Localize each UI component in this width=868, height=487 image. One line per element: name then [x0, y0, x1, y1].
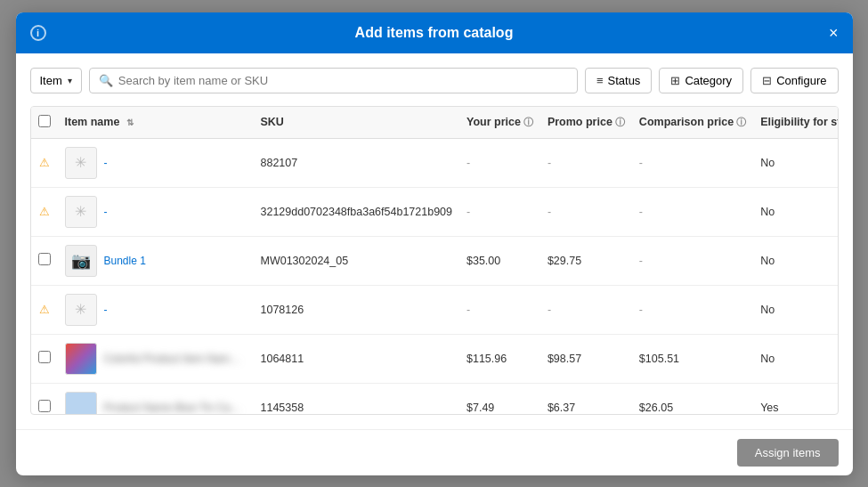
row-item-name: Colorful Product Item Name Blur... — [104, 353, 247, 365]
col-promo-price: Promo price ⓘ — [540, 107, 632, 139]
category-button[interactable]: ⊞ Category — [659, 68, 743, 93]
row-sku: 32129dd0702348fba3a6f54b1721b909 — [254, 187, 460, 236]
row-sku: 882107 — [254, 138, 460, 187]
modal-body: Item ▾ 🔍 ≡ Status ⊞ Category ⊟ C — [16, 53, 853, 429]
row-eligibility: No — [753, 138, 838, 187]
row-comparison-price: $26.05 — [632, 383, 753, 415]
row-checkbox-cell — [31, 236, 58, 285]
item-thumb: ✳ — [65, 294, 97, 326]
table-row: ⚠ ✳ - 1078126 - - - No — [31, 285, 839, 334]
modal-header: i Add items from catalog × — [16, 12, 853, 53]
row-promo-price: - — [540, 138, 632, 187]
row-your-price: - — [459, 187, 540, 236]
assign-items-button[interactable]: Assign items — [737, 439, 839, 467]
category-icon: ⊞ — [670, 74, 680, 87]
row-promo-price: - — [540, 187, 632, 236]
promo-price-info-icon[interactable]: ⓘ — [615, 116, 625, 129]
modal-footer: Assign items — [16, 429, 853, 475]
col-your-price: Your price ⓘ — [459, 107, 540, 139]
row-item-name: - — [104, 304, 108, 316]
chevron-down-icon: ▾ — [68, 76, 72, 85]
toolbar: Item ▾ 🔍 ≡ Status ⊞ Category ⊟ C — [30, 68, 839, 93]
status-icon: ≡ — [596, 74, 604, 87]
row-your-price: - — [459, 138, 540, 187]
row-comparison-price: - — [632, 236, 753, 285]
row-promo-price: $29.75 — [540, 236, 632, 285]
item-dropdown-label: Item — [40, 74, 62, 87]
row-warning-cell: ⚠ — [31, 138, 58, 187]
search-box: 🔍 — [89, 68, 578, 93]
row-checkbox[interactable] — [38, 400, 51, 412]
item-thumb: ✳ — [65, 147, 97, 179]
item-thumb: ✳ — [65, 196, 97, 228]
modal-title: Add items from catalog — [355, 25, 514, 41]
col-checkbox — [31, 107, 58, 139]
row-item-name-cell: 📷 Bundle 1 — [58, 236, 254, 285]
col-item-name: Item name ⇅ — [58, 107, 254, 139]
row-eligibility: Yes — [753, 383, 838, 415]
row-item-name: - — [104, 206, 108, 218]
row-sku: 1145358 — [254, 383, 460, 415]
items-table: Item name ⇅ SKU Your price ⓘ Promo price… — [31, 107, 839, 415]
row-sku: 1078126 — [254, 285, 460, 334]
modal: i Add items from catalog × Item ▾ 🔍 ≡ St… — [16, 12, 853, 475]
header-info-icon[interactable]: i — [30, 25, 46, 41]
modal-close-button[interactable]: × — [829, 25, 839, 41]
search-input[interactable] — [118, 74, 568, 87]
comparison-price-info-icon[interactable]: ⓘ — [736, 116, 746, 129]
col-comparison-price: Comparison price ⓘ — [632, 107, 753, 139]
item-dropdown-button[interactable]: Item ▾ — [30, 68, 82, 93]
row-comparison-price: $105.51 — [632, 334, 753, 383]
row-item-name: Product Name Blue Tin Cap 9fl Bl... — [104, 402, 247, 414]
row-warning-cell: ⚠ — [31, 187, 58, 236]
row-item-name: - — [104, 157, 108, 169]
row-item-name: Bundle 1 — [104, 255, 146, 267]
row-your-price: $115.96 — [459, 334, 540, 383]
sort-icon[interactable]: ⇅ — [126, 118, 134, 127]
table-row: ⚠ ✳ - 32129dd0702348fba3a6f54b1721b909 -… — [31, 187, 839, 236]
row-your-price: $7.49 — [459, 383, 540, 415]
table-container: Item name ⇅ SKU Your price ⓘ Promo price… — [30, 106, 839, 415]
row-comparison-price: - — [632, 138, 753, 187]
row-sku: 1064811 — [254, 334, 460, 383]
item-thumb: 📷 — [65, 245, 97, 277]
category-label: Category — [685, 74, 732, 87]
configure-button[interactable]: ⊟ Configure — [750, 68, 838, 93]
row-item-name-cell: ✳ - — [58, 187, 254, 236]
search-icon: 🔍 — [99, 74, 113, 87]
row-item-name-cell: ✳ - — [58, 285, 254, 334]
row-eligibility: No — [753, 187, 838, 236]
row-checkbox-cell — [31, 383, 58, 415]
table-row: ⚠ ✳ - 882107 - - - No — [31, 138, 839, 187]
row-warning-cell: ⚠ — [31, 285, 58, 334]
your-price-info-icon[interactable]: ⓘ — [523, 116, 533, 129]
table-row: Product Name Blue Tin Cap 9fl Bl... 1145… — [31, 383, 839, 415]
row-promo-price: $6.37 — [540, 383, 632, 415]
status-label: Status — [608, 74, 641, 87]
item-thumb — [65, 343, 97, 375]
row-promo-price: - — [540, 285, 632, 334]
warning-icon: ⚠ — [39, 303, 50, 316]
row-item-name-cell: ✳ - — [58, 138, 254, 187]
status-button[interactable]: ≡ Status — [585, 68, 652, 93]
col-sku: SKU — [254, 107, 460, 139]
row-eligibility: No — [753, 236, 838, 285]
row-comparison-price: - — [632, 285, 753, 334]
row-eligibility: No — [753, 285, 838, 334]
row-your-price: - — [459, 285, 540, 334]
select-all-checkbox[interactable] — [38, 115, 51, 127]
warning-icon: ⚠ — [39, 205, 50, 218]
row-checkbox[interactable] — [38, 351, 51, 363]
row-eligibility: No — [753, 334, 838, 383]
row-item-name-cell: Product Name Blue Tin Cap 9fl Bl... — [58, 383, 254, 415]
col-eligibility: Eligibility for strike — [753, 107, 838, 139]
configure-label: Configure — [776, 74, 826, 87]
table-header-row: Item name ⇅ SKU Your price ⓘ Promo price… — [31, 107, 839, 139]
row-item-name-cell: Colorful Product Item Name Blur... — [58, 334, 254, 383]
item-thumb — [65, 392, 97, 415]
warning-icon: ⚠ — [39, 156, 50, 169]
row-checkbox[interactable] — [38, 253, 51, 265]
row-checkbox-cell — [31, 334, 58, 383]
row-sku: MW01302024_05 — [254, 236, 460, 285]
table-body: ⚠ ✳ - 882107 - - - No ⚠ ✳ - 32129dd07023… — [31, 138, 839, 415]
